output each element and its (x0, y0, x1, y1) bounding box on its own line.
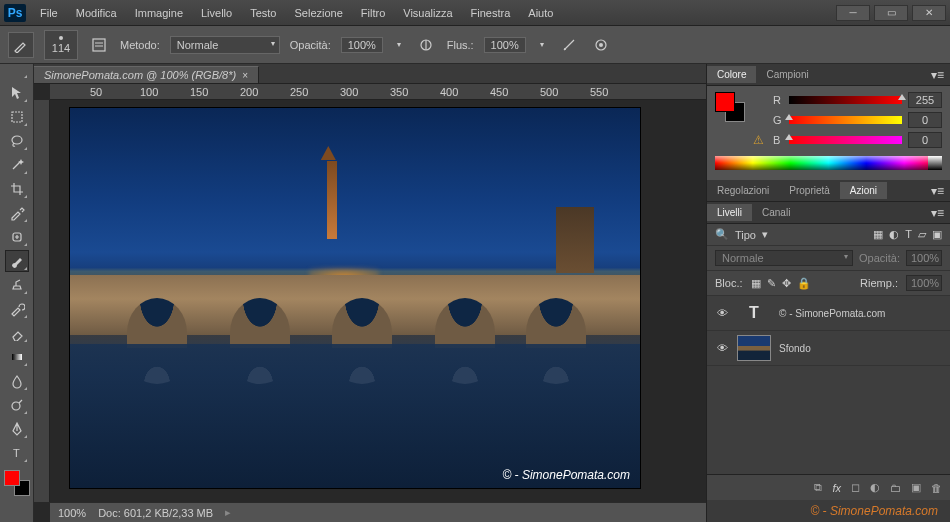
layer-mask-icon[interactable]: ◻ (851, 481, 860, 494)
color-panel-menu-icon[interactable]: ▾≡ (925, 68, 950, 82)
document-tab[interactable]: SimonePomata.com @ 100% (RGB/8*) × (34, 66, 259, 83)
menu-view[interactable]: Visualizza (395, 4, 460, 22)
foreground-color-swatch[interactable] (4, 470, 20, 486)
marquee-tool[interactable] (5, 106, 29, 128)
menu-edit[interactable]: Modifica (68, 4, 125, 22)
layers-panel-menu-icon[interactable]: ▾≡ (925, 206, 950, 220)
close-button[interactable]: ✕ (912, 5, 946, 21)
flow-flyout-icon[interactable]: ▾ (536, 40, 548, 49)
lasso-tool[interactable] (5, 130, 29, 152)
g-value[interactable]: 0 (908, 112, 942, 128)
crop-tool[interactable] (5, 178, 29, 200)
filter-pixel-icon[interactable]: ▦ (873, 228, 883, 241)
menu-help[interactable]: Aiuto (520, 4, 561, 22)
opacity-flyout-icon[interactable]: ▾ (393, 40, 405, 49)
layer-fx-icon[interactable]: fx (832, 482, 841, 494)
pressure-size-icon[interactable] (590, 34, 612, 56)
filter-kind-icon[interactable]: 🔍 (715, 228, 729, 241)
fill-field[interactable]: 100% (906, 275, 942, 291)
menu-select[interactable]: Selezione (286, 4, 350, 22)
menu-filter[interactable]: Filtro (353, 4, 393, 22)
tab-channels[interactable]: Canali (752, 204, 800, 221)
opacity-field[interactable]: 100% (341, 37, 383, 53)
tab-properties[interactable]: Proprietà (779, 182, 840, 199)
minimize-button[interactable]: ─ (836, 5, 870, 21)
menu-file[interactable]: File (32, 4, 66, 22)
link-layers-icon[interactable]: ⧉ (814, 481, 822, 494)
close-tab-icon[interactable]: × (242, 70, 248, 81)
new-layer-icon[interactable]: ▣ (911, 481, 921, 494)
lock-transparent-icon[interactable]: ▦ (751, 277, 761, 290)
filter-adjust-icon[interactable]: ◐ (889, 228, 899, 241)
gamut-warning-icon[interactable]: ⚠ (753, 133, 767, 147)
color-spectrum[interactable] (715, 156, 942, 170)
filter-kind-flyout-icon[interactable]: ▾ (762, 228, 768, 241)
pressure-opacity-icon[interactable] (415, 34, 437, 56)
pen-tool[interactable] (5, 418, 29, 440)
type-tool[interactable]: T (5, 442, 29, 464)
filter-shape-icon[interactable]: ▱ (918, 228, 926, 241)
filter-smart-icon[interactable]: ▣ (932, 228, 942, 241)
svg-text:T: T (13, 447, 20, 459)
layer-blend-dropdown[interactable]: Normale (715, 250, 853, 266)
adjust-panel-menu-icon[interactable]: ▾≡ (925, 184, 950, 198)
g-slider[interactable] (789, 115, 902, 125)
brush-panel-icon[interactable] (88, 34, 110, 56)
r-slider[interactable] (789, 95, 902, 105)
flow-field[interactable]: 100% (484, 37, 526, 53)
layer-row[interactable]: 👁 T © - SimonePomata.com (707, 296, 950, 331)
airbrush-icon[interactable] (558, 34, 580, 56)
eraser-tool[interactable] (5, 322, 29, 344)
tab-swatches[interactable]: Campioni (756, 66, 818, 83)
app-logo: Ps (4, 4, 26, 22)
vertical-ruler[interactable] (34, 100, 50, 502)
history-brush-tool[interactable] (5, 298, 29, 320)
gradient-tool[interactable] (5, 346, 29, 368)
maximize-button[interactable]: ▭ (874, 5, 908, 21)
toolbar-grip[interactable] (5, 68, 29, 80)
clone-stamp-tool[interactable] (5, 274, 29, 296)
canvas-viewport[interactable]: © - SimonePomata.com (50, 100, 706, 502)
layer-name[interactable]: © - SimonePomata.com (779, 308, 885, 319)
healing-brush-tool[interactable] (5, 226, 29, 248)
tool-preset-icon[interactable] (8, 32, 34, 58)
blur-tool[interactable] (5, 370, 29, 392)
magic-wand-tool[interactable] (5, 154, 29, 176)
visibility-icon[interactable]: 👁 (715, 342, 729, 354)
layer-row[interactable]: 👁 Sfondo (707, 331, 950, 366)
zoom-level[interactable]: 100% (58, 507, 86, 519)
menu-type[interactable]: Testo (242, 4, 284, 22)
flow-label: Flus.: (447, 39, 474, 51)
visibility-icon[interactable]: 👁 (715, 307, 729, 319)
adjustment-layer-icon[interactable]: ◐ (870, 481, 880, 494)
tab-color[interactable]: Colore (707, 66, 756, 83)
layer-name[interactable]: Sfondo (779, 343, 811, 354)
tab-adjustments[interactable]: Regolazioni (707, 182, 779, 199)
menu-layer[interactable]: Livello (193, 4, 240, 22)
move-tool[interactable] (5, 82, 29, 104)
lock-pixels-icon[interactable]: ✎ (767, 277, 776, 290)
menu-image[interactable]: Immagine (127, 4, 191, 22)
b-value[interactable]: 0 (908, 132, 942, 148)
brush-tool[interactable] (5, 250, 29, 272)
lock-all-icon[interactable]: 🔒 (797, 277, 811, 290)
tab-actions[interactable]: Azioni (840, 182, 887, 199)
r-value[interactable]: 255 (908, 92, 942, 108)
group-icon[interactable]: 🗀 (890, 482, 901, 494)
color-swatch[interactable] (4, 470, 30, 496)
brush-preset-picker[interactable]: 114 (44, 30, 78, 60)
filter-type-icon[interactable]: T (905, 228, 912, 241)
status-flyout-icon[interactable]: ▸ (225, 506, 231, 519)
blend-mode-dropdown[interactable]: Normale (170, 36, 280, 54)
eyedropper-tool[interactable] (5, 202, 29, 224)
dodge-tool[interactable] (5, 394, 29, 416)
lock-position-icon[interactable]: ✥ (782, 277, 791, 290)
layer-opacity-field[interactable]: 100% (906, 250, 942, 266)
color-panel-swatch[interactable] (715, 92, 745, 122)
tab-layers[interactable]: Livelli (707, 204, 752, 221)
menu-window[interactable]: Finestra (463, 4, 519, 22)
doc-size[interactable]: Doc: 601,2 KB/2,33 MB (98, 507, 213, 519)
b-slider[interactable] (789, 135, 902, 145)
delete-layer-icon[interactable]: 🗑 (931, 482, 942, 494)
horizontal-ruler[interactable]: 50 100 150 200 250 300 350 400 450 500 5… (50, 84, 706, 100)
